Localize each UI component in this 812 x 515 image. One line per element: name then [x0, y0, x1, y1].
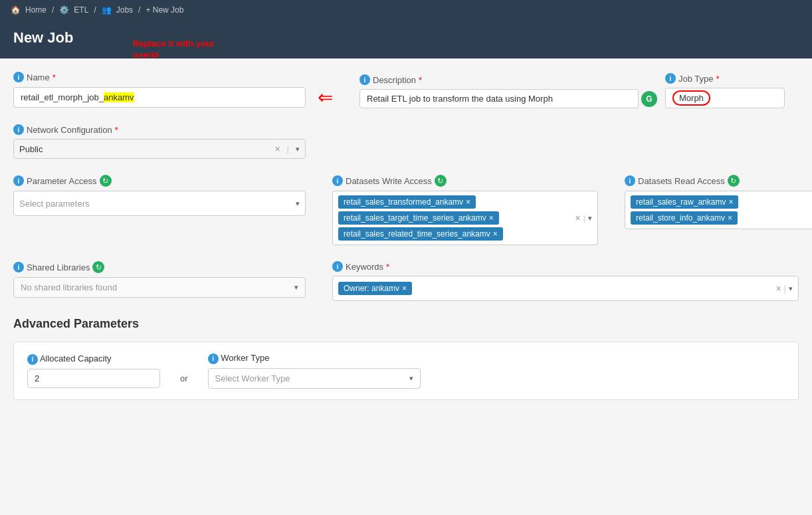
network-clear-button[interactable]: × [274, 144, 280, 154]
tag-close-icon[interactable]: × [466, 198, 470, 206]
shared-lib-placeholder: No shared libraries found [21, 282, 117, 292]
description-wrap: G [359, 89, 639, 108]
parameter-chevron-down-icon[interactable]: ▾ [296, 199, 300, 208]
network-divider: | [287, 144, 289, 154]
etl-icon: ⚙️ [59, 5, 69, 15]
keyword-tag-label: Owner: ankamv [344, 284, 399, 293]
breadcrumb-jobs[interactable]: Jobs [116, 5, 133, 15]
keywords-clear-button[interactable]: × [775, 283, 781, 294]
datasets-write-select[interactable]: retail_sales_transformed_ankamv×retail_s… [332, 191, 598, 245]
network-label: i Network Configuration * [13, 124, 306, 135]
datasets-write-tag: retail_sales_related_time_series_ankamv× [338, 227, 503, 241]
parameter-access-group: i Parameter Access ↻ Select parameters ▾ [13, 175, 306, 216]
datasets-write-refresh-icon[interactable]: ↻ [435, 175, 447, 187]
parameter-tags-area: Select parameters [19, 199, 293, 209]
network-value: Public [19, 144, 270, 154]
worker-type-chevron-down-icon[interactable]: ▾ [409, 374, 413, 383]
network-info-icon[interactable]: i [13, 124, 24, 135]
datasets-read-info-icon[interactable]: i [625, 175, 635, 186]
shared-libraries-group: i Shared Libraries ↻ No shared libraries… [13, 261, 306, 298]
breadcrumb: 🏠 Home / ⚙️ ETL / 👥 Jobs / + New Job [0, 0, 812, 20]
keywords-chevron-down-icon[interactable]: ▾ [789, 284, 793, 293]
description-info-icon[interactable]: i [359, 74, 370, 85]
page-title: New Job [13, 29, 73, 46]
job-type-info-icon[interactable]: i [665, 73, 676, 84]
parameter-placeholder: Select parameters [19, 199, 90, 209]
shared-lib-info-icon[interactable]: i [13, 262, 24, 272]
advanced-params-title: Advanced Parameters [13, 317, 799, 331]
keyword-tag-owner: Owner: ankamv × [338, 282, 412, 295]
network-select[interactable]: Public × | ▾ [13, 139, 306, 159]
home-icon: 🏠 [11, 5, 21, 15]
main-content: i Name * Replace it with your userid ret… [0, 58, 812, 413]
parameter-refresh-icon[interactable]: ↻ [100, 175, 112, 187]
job-type-group: i Job Type * Morph [665, 73, 785, 108]
network-chevron-down-icon[interactable]: ▾ [296, 145, 300, 154]
allocated-capacity-label: i Allocated Capacity [27, 354, 160, 365]
keywords-label: i Keywords * [332, 261, 799, 272]
description-label: i Description * [359, 74, 639, 85]
parameter-access-select[interactable]: Select parameters ▾ [13, 191, 306, 216]
worker-type-select[interactable]: Select Worker Type ▾ [208, 368, 421, 389]
datasets-read-label: i Datasets Read Access ↻ [625, 175, 812, 187]
datasets-write-tags-area: retail_sales_transformed_ankamv×retail_s… [338, 195, 572, 241]
shared-lib-refresh-icon[interactable]: ↻ [92, 261, 104, 273]
name-input-display[interactable]: retail_etl_morph_job_ankamv [13, 87, 306, 108]
jobs-icon: 👥 [102, 5, 112, 15]
worker-info-icon[interactable]: i [208, 354, 219, 364]
datasets-read-refresh-icon[interactable]: ↻ [728, 175, 740, 187]
tag-close-icon[interactable]: × [728, 214, 732, 222]
row-libraries-keywords: i Shared Libraries ↻ No shared libraries… [13, 261, 799, 301]
datasets-write-tag: retail_sales_transformed_ankamv× [338, 195, 476, 209]
network-select-inner: Public × | ▾ [19, 144, 300, 154]
name-info-icon[interactable]: i [13, 72, 24, 82]
shared-lib-chevron-down-icon[interactable]: ▾ [294, 283, 298, 292]
network-group: i Network Configuration * Public × | ▾ [13, 124, 306, 159]
keywords-group: i Keywords * Owner: ankamv × × | ▾ [332, 261, 799, 301]
keywords-select[interactable]: Owner: ankamv × × | ▾ [332, 276, 799, 301]
tag-close-icon[interactable]: × [728, 198, 733, 206]
breadcrumb-current: + New Job [146, 5, 183, 15]
worker-type-label: i Worker Type [208, 353, 421, 364]
job-type-display[interactable]: Morph [665, 88, 785, 108]
tag-close-icon[interactable]: × [489, 214, 494, 222]
datasets-read-select[interactable]: retail_sales_raw_ankamv×retail_store_inf… [625, 191, 812, 229]
tag-close-icon[interactable]: × [493, 230, 498, 238]
datasets-write-chevron-down-icon[interactable]: ▾ [588, 214, 592, 223]
arrow-icon: ⇐ [318, 86, 333, 108]
parameter-info-icon[interactable]: i [13, 175, 24, 186]
datasets-write-group: i Datasets Write Access ↻ retail_sales_t… [332, 175, 598, 245]
datasets-write-clear-button[interactable]: × [575, 213, 580, 223]
or-label: or [180, 373, 188, 389]
name-group: i Name * Replace it with your userid ret… [13, 72, 333, 108]
keywords-info-icon[interactable]: i [332, 261, 343, 272]
row-network: i Network Configuration * Public × | ▾ [13, 124, 799, 159]
adv-row: i Allocated Capacity or i Worker Type Se… [27, 353, 785, 389]
datasets-write-info-icon[interactable]: i [332, 175, 343, 186]
shared-libraries-label: i Shared Libraries ↻ [13, 261, 306, 273]
parameter-select-actions: ▾ [296, 199, 300, 208]
allocated-capacity-group: i Allocated Capacity [27, 354, 160, 388]
datasets-write-label: i Datasets Write Access ↻ [332, 175, 598, 187]
breadcrumb-home[interactable]: Home [25, 5, 47, 15]
row-params-datasets: i Parameter Access ↻ Select parameters ▾… [13, 175, 799, 245]
shared-libraries-select[interactable]: No shared libraries found ▾ [13, 277, 306, 298]
keywords-tags-area: Owner: ankamv × [338, 282, 773, 295]
grammarly-icon: G [641, 91, 657, 107]
breadcrumb-etl[interactable]: ETL [74, 5, 88, 15]
row-name-desc-jobtype: i Name * Replace it with your userid ret… [13, 72, 799, 108]
page-header: New Job [0, 20, 812, 58]
datasets-write-tag: retail_sales_target_time_series_ankamv× [338, 211, 499, 225]
allocated-info-icon[interactable]: i [27, 354, 38, 365]
datasets-read-tag: retail_store_info_ankamv× [631, 211, 738, 225]
worker-type-group: i Worker Type Select Worker Type ▾ [208, 353, 421, 389]
datasets-write-actions: × | ▾ [575, 213, 592, 223]
name-label: i Name * [13, 72, 333, 82]
keyword-tag-close[interactable]: × [402, 284, 407, 292]
job-type-label: i Job Type * [665, 73, 785, 84]
description-input[interactable] [359, 89, 639, 108]
allocated-capacity-input[interactable] [27, 369, 160, 388]
advanced-params-card: i Allocated Capacity or i Worker Type Se… [13, 342, 799, 400]
worker-type-placeholder: Select Worker Type [215, 373, 290, 383]
annotation-text: Replace it with your userid [133, 39, 215, 61]
